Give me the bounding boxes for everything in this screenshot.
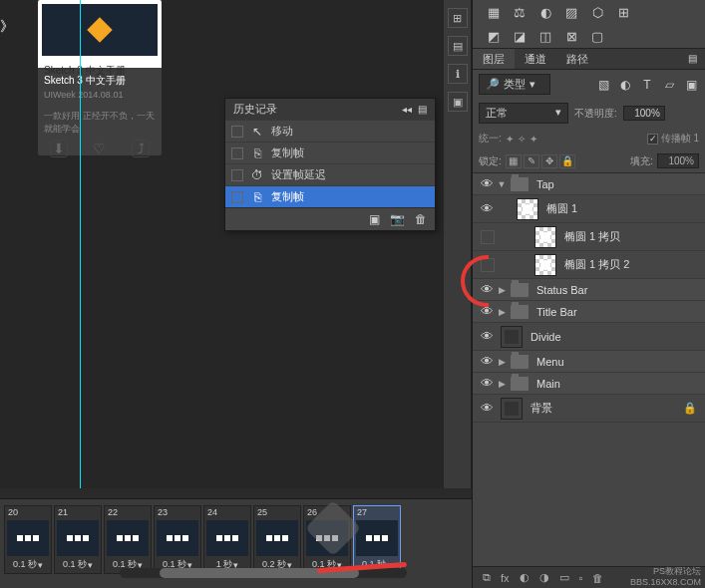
expand-toggle[interactable]: ▶ bbox=[497, 357, 507, 367]
tool-icon[interactable]: ▣ bbox=[448, 92, 468, 112]
expand-toggle[interactable]: ▶ bbox=[497, 379, 507, 389]
panel-menu-icon[interactable]: ▤ bbox=[680, 49, 705, 69]
filter-smart-icon[interactable]: ▣ bbox=[683, 77, 699, 93]
share-icon[interactable]: ⤴ bbox=[132, 140, 150, 157]
visibility-toggle[interactable]: 👁 bbox=[477, 401, 497, 417]
camera-icon[interactable]: 📷 bbox=[390, 212, 405, 226]
layer-row[interactable]: 👁Divide bbox=[473, 323, 705, 351]
heart-icon[interactable]: ♡ bbox=[91, 140, 109, 157]
timeline-frame[interactable]: 20 0.1 秒▾ bbox=[4, 505, 52, 574]
lock-icon[interactable]: 🔒 bbox=[683, 402, 701, 415]
history-action-icon: ⏱ bbox=[249, 168, 265, 182]
history-checkbox[interactable] bbox=[231, 169, 243, 181]
group-icon[interactable]: ▭ bbox=[559, 571, 569, 584]
adj-icon[interactable]: ⊠ bbox=[562, 28, 580, 44]
filter-pixel-icon[interactable]: ▧ bbox=[595, 77, 611, 93]
visibility-toggle[interactable]: 👁 bbox=[477, 376, 497, 392]
layer-group-row[interactable]: 👁▶Status Bar bbox=[473, 279, 705, 301]
layer-group-row[interactable]: 👁▶Menu bbox=[473, 351, 705, 373]
adj-icon[interactable]: ▨ bbox=[562, 4, 580, 20]
lock-all-icon[interactable]: 🔒 bbox=[559, 154, 575, 168]
history-checkbox[interactable] bbox=[231, 126, 243, 138]
unify-icon[interactable]: ✦ bbox=[506, 134, 514, 145]
expand-toggle[interactable]: ▶ bbox=[497, 307, 507, 317]
filter-adjust-icon[interactable]: ◐ bbox=[617, 77, 633, 93]
expand-toggle[interactable]: ▶ bbox=[497, 285, 507, 295]
tool-icon[interactable]: ⊞ bbox=[448, 8, 468, 28]
folder-icon bbox=[511, 377, 529, 391]
fx-icon[interactable]: fx bbox=[501, 572, 510, 584]
adj-icon[interactable]: ◩ bbox=[485, 28, 503, 44]
panel-menu-icon[interactable]: ▤ bbox=[418, 104, 427, 115]
lock-transparency-icon[interactable]: ▦ bbox=[506, 154, 522, 168]
adj-icon[interactable]: ◪ bbox=[511, 28, 529, 44]
new-layer-icon[interactable]: ▫ bbox=[579, 572, 583, 584]
blend-mode-dropdown[interactable]: 正常 ▾ bbox=[479, 103, 568, 124]
fill-value[interactable]: 100% bbox=[657, 153, 699, 168]
timeline-frame[interactable]: 24 1 秒▾ bbox=[203, 505, 251, 574]
filter-shape-icon[interactable]: ▱ bbox=[661, 77, 677, 93]
layer-row[interactable]: 椭圆 1 拷贝 2 bbox=[473, 251, 705, 279]
tool-icon[interactable]: ℹ bbox=[448, 64, 468, 84]
history-panel[interactable]: 历史记录 ◂◂▤ ↖移动⎘复制帧⏱设置帧延迟⎘复制帧 ▣ 📷 🗑 bbox=[224, 98, 436, 231]
filter-type-dropdown[interactable]: 🔎 类型 ▾ bbox=[479, 74, 550, 95]
link-icon[interactable]: ⧉ bbox=[483, 571, 491, 584]
history-item[interactable]: ↖移动 bbox=[225, 120, 435, 142]
history-item[interactable]: ⏱设置帧延迟 bbox=[225, 163, 435, 185]
adj-icon[interactable]: ⬡ bbox=[588, 4, 606, 20]
visibility-toggle[interactable] bbox=[481, 230, 495, 244]
lock-position-icon[interactable]: ✥ bbox=[541, 154, 557, 168]
trash-icon[interactable]: 🗑 bbox=[592, 572, 603, 584]
tool-icon[interactable]: ▤ bbox=[448, 36, 468, 56]
adj-icon[interactable]: ◐ bbox=[536, 4, 554, 20]
frame-delay[interactable]: 0.1 秒▾ bbox=[57, 558, 99, 571]
frame-delay[interactable]: 0.1 秒▾ bbox=[7, 558, 49, 571]
mask-icon[interactable]: ◐ bbox=[520, 571, 529, 584]
expand-toggle[interactable]: ▼ bbox=[497, 179, 507, 189]
adjustment-icon[interactable]: ◑ bbox=[539, 571, 549, 584]
unify-icon[interactable]: ✧ bbox=[518, 134, 526, 145]
collapse-icon[interactable]: ◂◂ bbox=[402, 104, 412, 115]
adj-icon[interactable]: ⚖ bbox=[511, 4, 529, 20]
timeline-panel[interactable]: 20 0.1 秒▾21 0.1 秒▾22 0.1 秒▾23 0.1 秒▾24 1… bbox=[0, 498, 472, 588]
history-item[interactable]: ⎘复制帧 bbox=[225, 142, 435, 163]
tab-paths[interactable]: 路径 bbox=[556, 49, 598, 69]
timeline-frame[interactable]: 21 0.1 秒▾ bbox=[54, 505, 102, 574]
layer-group-row[interactable]: 👁▶Main bbox=[473, 373, 705, 395]
adj-icon[interactable]: ▢ bbox=[588, 28, 606, 44]
visibility-toggle[interactable]: 👁 bbox=[477, 176, 497, 192]
adj-icon[interactable]: ▦ bbox=[485, 4, 503, 20]
visibility-toggle[interactable]: 👁 bbox=[477, 201, 497, 217]
visibility-toggle[interactable]: 👁 bbox=[477, 354, 497, 370]
opacity-value[interactable]: 100% bbox=[623, 106, 665, 121]
doc-icon[interactable]: ▣ bbox=[369, 212, 380, 226]
timeline-frame[interactable]: 22 0.1 秒▾ bbox=[104, 505, 152, 574]
card-action-icons: ⬇ ♡ ⤴ bbox=[38, 136, 162, 161]
lock-brush-icon[interactable]: ✎ bbox=[524, 154, 539, 168]
history-item[interactable]: ⎘复制帧 bbox=[225, 185, 435, 207]
propagate-label: 传播帧 1 bbox=[661, 132, 699, 146]
history-checkbox[interactable] bbox=[231, 147, 243, 159]
download-icon[interactable]: ⬇ bbox=[50, 140, 68, 157]
history-header[interactable]: 历史记录 ◂◂▤ bbox=[225, 99, 435, 120]
layer-group-row[interactable]: 👁▼Tap bbox=[473, 173, 705, 195]
timeline-frame[interactable]: 23 0.1 秒▾ bbox=[154, 505, 201, 574]
filter-type-icon[interactable]: T bbox=[639, 77, 655, 93]
visibility-toggle[interactable]: 👁 bbox=[477, 329, 497, 345]
unify-icon[interactable]: ✦ bbox=[529, 134, 537, 145]
layers-list[interactable]: 👁▼Tap👁椭圆 1椭圆 1 拷贝椭圆 1 拷贝 2👁▶Status Bar👁▶… bbox=[473, 173, 705, 423]
propagate-checkbox[interactable] bbox=[647, 134, 658, 145]
history-label: 复制帧 bbox=[271, 146, 304, 160]
adj-icon[interactable]: ◫ bbox=[536, 28, 554, 44]
layer-row[interactable]: 👁背景🔒 bbox=[473, 395, 705, 423]
trash-icon[interactable]: 🗑 bbox=[415, 212, 427, 226]
timeline-frame[interactable]: 25 0.2 秒▾ bbox=[253, 505, 301, 574]
canvas-area[interactable]: 》 Sketch 3 中文手册 Sketch 3 中文手册 UIWeek 201… bbox=[0, 0, 444, 488]
layer-row[interactable]: 椭圆 1 拷贝 bbox=[473, 223, 705, 251]
history-checkbox[interactable] bbox=[231, 191, 243, 203]
adj-icon[interactable]: ⊞ bbox=[614, 4, 632, 20]
tab-channels[interactable]: 通道 bbox=[515, 49, 556, 69]
layer-row[interactable]: 👁椭圆 1 bbox=[473, 195, 705, 223]
layer-group-row[interactable]: 👁▶Title Bar bbox=[473, 301, 705, 323]
tab-layers[interactable]: 图层 bbox=[473, 49, 515, 69]
